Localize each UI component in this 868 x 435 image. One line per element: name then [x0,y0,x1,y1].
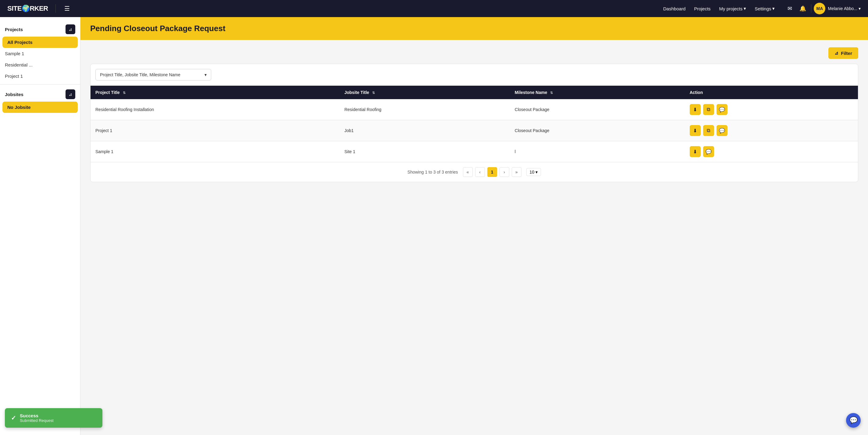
pagination-info: Showing 1 to 3 of 3 entries [407,170,458,174]
projects-title: Projects [5,27,23,32]
download-button[interactable]: ⬇ [690,104,701,115]
username[interactable]: Melanie Abbo... ▾ [828,6,861,11]
nav-settings[interactable]: Settings ▾ [751,4,778,13]
sidebar-item-sample1[interactable]: Sample 1 [0,48,80,59]
sidebar-divider [0,84,80,85]
filter-icon: ⊿ [69,27,72,32]
page-title: Pending Closeout Package Request [90,24,858,33]
mail-button[interactable]: ✉ [785,4,795,13]
download-button[interactable]: ⬇ [690,146,701,157]
table-row: Residential Roofing Installation Residen… [91,99,858,120]
nav-divider [56,4,56,13]
table-search-bar: Project Title, Jobsite Title, Milestone … [91,64,858,86]
cell-milestone-name: l [510,141,685,162]
table-row: Sample 1 Site 1 l ⬇ 💬 [91,141,858,162]
table-card: Project Title, Jobsite Title, Milestone … [90,64,858,182]
filter-icon: ⊿ [835,50,838,56]
action-buttons: ⬇ ⧉ 💬 [690,125,853,136]
projects-header: Projects ⊿ [0,22,80,37]
chevron-down-icon: ▾ [744,6,746,11]
cell-milestone-name: Closeout Package [510,120,685,141]
projects-section: Projects ⊿ All Projects Sample 1 Residen… [0,22,80,82]
download-button[interactable]: ⬇ [690,125,701,136]
jobsites-filter-button[interactable]: ⊿ [65,89,75,99]
cell-project-title: Sample 1 [91,141,340,162]
hamburger-button[interactable]: ☰ [63,4,71,13]
nav-my-projects[interactable]: My projects ▾ [716,4,749,13]
sort-icon: ⇅ [372,91,375,95]
page-content: ⊿ Filter Project Title, Jobsite Title, M… [81,40,868,435]
sort-icon: ⇅ [550,91,553,95]
comment-button[interactable]: 💬 [716,104,727,115]
chat-icon: 💬 [849,416,858,424]
cell-project-title: Residential Roofing Installation [91,99,340,120]
chat-widget[interactable]: 💬 [846,413,861,428]
nav-projects[interactable]: Projects [691,4,713,13]
sidebar-item-all-projects[interactable]: All Projects [2,37,78,48]
toast-title: Success [20,413,54,418]
prev-page-button[interactable]: ‹ [475,167,485,177]
copy-button[interactable]: ⧉ [703,125,714,136]
cell-jobsite-title: Residential Roofing [340,99,510,120]
bell-button[interactable]: 🔔 [797,4,809,13]
col-action: Action [685,86,858,99]
filter-icon: ⊿ [69,92,72,97]
cell-actions: ⬇ ⧉ 💬 [685,120,858,141]
success-toast: ✓ Success Submitted Request [5,408,102,428]
nav-dashboard[interactable]: Dashboard [660,4,688,13]
sort-icon: ⇅ [123,91,126,95]
cell-actions: ⬇ 💬 [685,141,858,162]
col-jobsite-title[interactable]: Jobsite Title ⇅ [340,86,510,99]
jobsites-header: Jobsites ⊿ [0,87,80,102]
projects-filter-button[interactable]: ⊿ [65,24,75,34]
filter-button[interactable]: ⊿ Filter [828,47,858,59]
page-header: Pending Closeout Package Request [81,17,868,40]
action-buttons: ⬇ 💬 [690,146,853,157]
last-page-button[interactable]: » [512,167,522,177]
search-dropdown-label: Project Title, Jobsite Title, Milestone … [100,72,180,77]
sidebar-item-project1[interactable]: Project 1 [0,70,80,82]
sidebar: Projects ⊿ All Projects Sample 1 Residen… [0,17,81,435]
chevron-down-icon: ▾ [772,6,775,11]
main-content: Pending Closeout Package Request ⊿ Filte… [81,17,868,435]
sidebar-item-residential[interactable]: Residential ... [0,59,80,70]
filter-bar: ⊿ Filter [90,47,858,59]
jobsites-section: Jobsites ⊿ No Jobsite [0,87,80,113]
next-page-button[interactable]: › [499,167,509,177]
check-icon: ✓ [11,414,16,422]
layout: Projects ⊿ All Projects Sample 1 Residen… [0,17,868,435]
pagination-bar: Showing 1 to 3 of 3 entries « ‹ 1 › » 10… [91,162,858,182]
first-page-button[interactable]: « [463,167,473,177]
search-dropdown[interactable]: Project Title, Jobsite Title, Milestone … [95,69,211,81]
avatar[interactable]: MA [814,3,825,14]
topnav: SITE🌍RKER ☰ Dashboard Projects My projec… [0,0,868,17]
table-row: Project 1 Job1 Closeout Package ⬇ ⧉ 💬 [91,120,858,141]
comment-button[interactable]: 💬 [703,146,714,157]
data-table: Project Title ⇅ Jobsite Title ⇅ Mileston… [91,86,858,162]
logo-icon: SITE🌍RKER [7,5,48,12]
toast-content: Success Submitted Request [20,413,54,423]
comment-button[interactable]: 💬 [716,125,727,136]
table-header-row: Project Title ⇅ Jobsite Title ⇅ Mileston… [91,86,858,99]
toast-message: Submitted Request [20,418,54,423]
chevron-down-icon: ▾ [859,6,861,11]
chevron-down-icon: ▾ [535,170,538,174]
per-page-value: 10 [530,170,534,174]
copy-button[interactable]: ⧉ [703,104,714,115]
cell-milestone-name: Closeout Package [510,99,685,120]
nav-links: Dashboard Projects My projects ▾ Setting… [660,4,778,13]
jobsites-title: Jobsites [5,92,24,97]
sidebar-item-no-jobsite[interactable]: No Jobsite [2,102,78,113]
col-milestone-name[interactable]: Milestone Name ⇅ [510,86,685,99]
col-project-title[interactable]: Project Title ⇅ [91,86,340,99]
icon-separator [811,4,811,13]
topnav-icons: ✉ 🔔 MA Melanie Abbo... ▾ [785,3,861,14]
action-buttons: ⬇ ⧉ 💬 [690,104,853,115]
cell-actions: ⬇ ⧉ 💬 [685,99,858,120]
cell-project-title: Project 1 [91,120,340,141]
chevron-down-icon: ▾ [205,72,207,77]
logo[interactable]: SITE🌍RKER [7,5,48,12]
page-1-button[interactable]: 1 [487,167,497,177]
per-page-select[interactable]: 10 ▾ [526,168,541,176]
cell-jobsite-title: Site 1 [340,141,510,162]
